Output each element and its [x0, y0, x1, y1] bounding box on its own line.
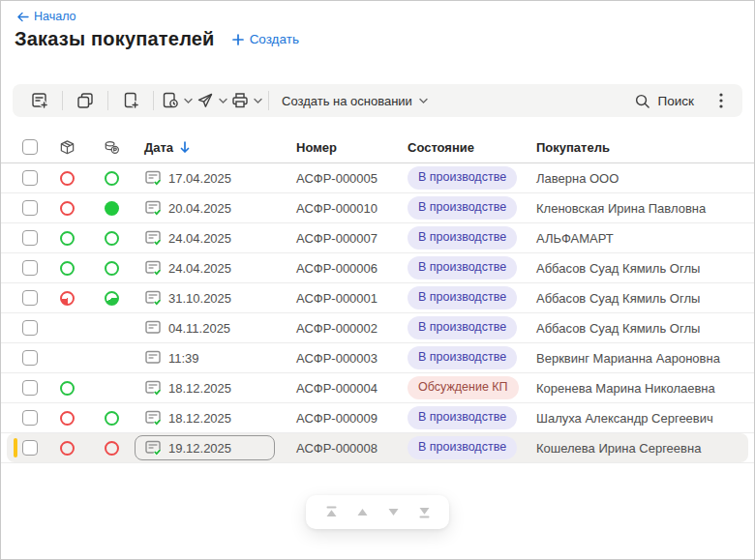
more-actions-button[interactable]: [710, 87, 733, 114]
payment-status-cell: [88, 351, 135, 366]
buyer-value: Верквинг Марианна Аароновна: [527, 351, 740, 366]
row-checkbox[interactable]: [22, 290, 38, 306]
buyer-value: Аббасов Суад Кямиль Оглы: [527, 321, 740, 336]
date-cell[interactable]: 24.04.2025: [135, 255, 275, 280]
date-value: 18.12.2025: [168, 411, 231, 426]
date-cell[interactable]: 31.10.2025: [135, 285, 275, 310]
toolbar-separator: [62, 91, 63, 110]
toolbar-separator: [153, 91, 154, 110]
date-cell[interactable]: 19.12.2025: [135, 435, 275, 460]
row-checkbox[interactable]: [22, 320, 38, 336]
date-value: 31.10.2025: [168, 291, 231, 306]
state-cell: В производстве: [398, 166, 527, 190]
table-row[interactable]: 19.12.2025 АСФР-000008 В производстве Ко…: [1, 433, 754, 463]
shipment-status-icon: [60, 201, 75, 216]
new-document-button[interactable]: [22, 87, 57, 114]
document-schedule-button[interactable]: [159, 87, 194, 114]
row-checkbox[interactable]: [22, 410, 38, 426]
column-header-number[interactable]: Номер: [287, 140, 398, 155]
buyer-value: Кошелева Ирина Сергеевна: [527, 441, 740, 456]
status-badge: В производстве: [408, 196, 517, 220]
date-cell[interactable]: 18.12.2025: [135, 405, 275, 430]
create-button[interactable]: Создать: [232, 32, 299, 46]
date-value: 17.04.2025: [168, 171, 231, 186]
column-header-state[interactable]: Состояние: [398, 140, 527, 155]
date-cell[interactable]: 17.04.2025: [135, 165, 275, 191]
state-cell: Обсуждение КП: [398, 376, 527, 399]
table-row[interactable]: 04.11.2025 АСФР-000002 В производстве Аб…: [1, 313, 754, 343]
date-value: 18.12.2025: [168, 381, 231, 396]
number-value: АСФР-000008: [287, 441, 398, 456]
state-cell: В производстве: [398, 346, 527, 369]
date-value: 24.04.2025: [168, 261, 231, 276]
row-checkbox[interactable]: [22, 380, 38, 396]
print-button[interactable]: [228, 87, 263, 114]
breadcrumb-back-link[interactable]: Начало: [16, 10, 76, 23]
row-checkbox-cell: [15, 440, 45, 456]
table-row[interactable]: 24.04.2025 АСФР-000006 В производстве Аб…: [1, 253, 754, 283]
status-badge: В производстве: [408, 226, 517, 250]
table-row[interactable]: 17.04.2025 АСФР-000005 В производстве Ла…: [1, 163, 754, 193]
new-from-template-icon: [121, 91, 140, 110]
row-checkbox-cell: [15, 290, 45, 306]
date-value: 04.11.2025: [168, 321, 230, 336]
shipment-status-cell: [45, 351, 88, 366]
buyer-value: Кленовская Ирина Павловна: [527, 201, 740, 216]
row-checkbox[interactable]: [22, 350, 38, 366]
status-badge: В производстве: [408, 166, 517, 190]
search-button[interactable]: Поиск: [634, 93, 694, 109]
number-value: АСФР-000005: [287, 171, 398, 186]
payment-status-cell: [88, 441, 135, 456]
sort-desc-arrow-icon: [180, 141, 190, 154]
row-checkbox[interactable]: [22, 260, 38, 276]
page-title: Заказы покупателей: [15, 28, 215, 50]
date-cell[interactable]: 20.04.2025: [135, 195, 275, 221]
plus-icon: [232, 34, 244, 45]
go-last-button[interactable]: [412, 501, 436, 524]
table-row[interactable]: 18.12.2025 АСФР-000009 В производстве Ша…: [1, 403, 754, 433]
shipment-status-cell: [45, 201, 88, 216]
go-next-button[interactable]: [381, 501, 405, 524]
date-cell[interactable]: 18.12.2025: [135, 375, 275, 400]
go-first-button[interactable]: [319, 501, 343, 524]
payment-status-cell: [88, 171, 135, 186]
state-cell: В производстве: [398, 286, 527, 309]
table-row[interactable]: 11:39 АСФР-000003 В производстве Верквин…: [1, 343, 754, 373]
copy-button[interactable]: [68, 87, 103, 114]
select-all-checkbox[interactable]: [22, 139, 38, 155]
row-checkbox-cell: [15, 200, 45, 216]
date-cell[interactable]: 11:39: [135, 345, 275, 370]
column-header-buyer[interactable]: Покупатель: [527, 140, 740, 155]
shipment-status-cell: [45, 411, 88, 426]
payment-column-header[interactable]: [88, 139, 135, 156]
send-icon: [196, 91, 215, 110]
table-row[interactable]: 20.04.2025 АСФР-000010 В производстве Кл…: [1, 193, 754, 223]
table-row[interactable]: 18.12.2025 АСФР-000004 Обсуждение КП Кор…: [1, 373, 754, 403]
payment-status-icon: [105, 261, 119, 276]
document-icon: [145, 200, 162, 216]
payment-status-icon: [105, 291, 119, 306]
table-row[interactable]: 24.04.2025 АСФР-000007 В производстве АЛ…: [1, 223, 754, 253]
coins-icon: [104, 139, 120, 156]
shipment-column-header[interactable]: [45, 139, 88, 156]
row-checkbox[interactable]: [22, 170, 38, 186]
go-previous-button[interactable]: [350, 501, 374, 524]
number-value: АСФР-000003: [287, 351, 398, 366]
payment-status-icon: [105, 411, 119, 426]
date-cell[interactable]: 04.11.2025: [135, 315, 275, 340]
send-button[interactable]: [194, 87, 228, 114]
payment-status-icon: [105, 171, 119, 186]
row-checkbox[interactable]: [22, 200, 38, 216]
date-cell[interactable]: 24.04.2025: [135, 225, 275, 251]
go-previous-icon: [355, 506, 370, 518]
payment-status-cell: [88, 321, 135, 336]
column-header-date[interactable]: Дата: [135, 140, 287, 155]
create-based-on-button[interactable]: Создать на основании: [274, 87, 436, 114]
search-label: Поиск: [658, 94, 694, 108]
table-row[interactable]: 31.10.2025 АСФР-000001 В производстве Аб…: [1, 283, 754, 313]
row-checkbox[interactable]: [22, 440, 38, 456]
document-icon: [145, 290, 162, 306]
new-from-template-button[interactable]: [113, 87, 148, 114]
payment-status-cell: [88, 201, 135, 216]
row-checkbox[interactable]: [22, 230, 38, 246]
